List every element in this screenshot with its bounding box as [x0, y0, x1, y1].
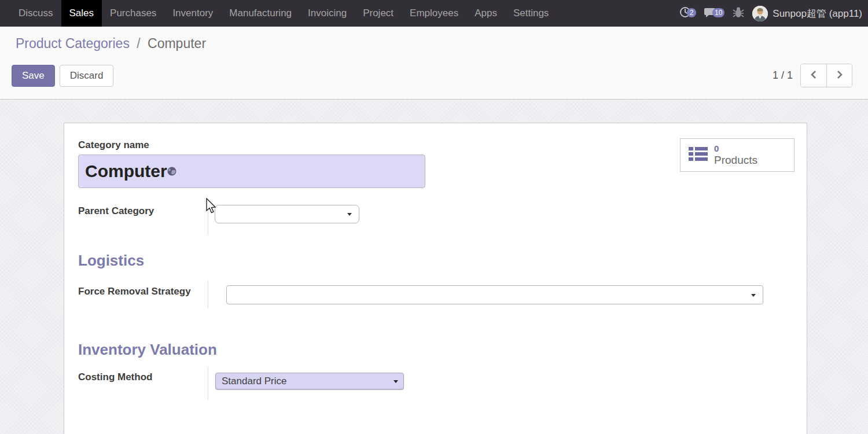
- label-separator: [208, 366, 208, 400]
- inventory-valuation-section-title: Inventory Valuation: [78, 341, 217, 359]
- nav-item-inventory[interactable]: Inventory: [164, 0, 221, 27]
- dropdown-caret-icon: [751, 294, 756, 297]
- products-label: Products: [714, 154, 757, 167]
- force-removal-strategy-label: Force Removal Strategy: [78, 286, 191, 297]
- nav-item-settings[interactable]: Settings: [505, 0, 557, 27]
- chevron-right-icon: [836, 70, 843, 82]
- chevron-left-icon: [810, 70, 817, 82]
- nav-item-apps[interactable]: Apps: [466, 0, 505, 27]
- activities-menu[interactable]: 2: [679, 6, 696, 20]
- breadcrumb: Product Categories / Computer: [16, 36, 852, 52]
- nav-item-project[interactable]: Project: [355, 0, 402, 27]
- parent-category-label: Parent Category: [78, 205, 154, 217]
- parent-category-dropdown[interactable]: [215, 205, 359, 223]
- list-icon: [689, 147, 708, 164]
- breadcrumb-separator: /: [133, 36, 144, 51]
- nav-item-manufacturing[interactable]: Manufacturing: [221, 0, 300, 27]
- nav-item-sales[interactable]: Sales: [61, 0, 102, 27]
- dropdown-caret-icon: [347, 213, 352, 216]
- bug-icon: [733, 6, 744, 21]
- pager-next-button[interactable]: [826, 64, 852, 87]
- control-panel: Product Categories / Computer Save Disca…: [0, 27, 868, 100]
- costing-method-select[interactable]: Standard Price: [215, 373, 404, 389]
- activity-count-badge: 2: [687, 8, 696, 17]
- translate-globe-icon[interactable]: [167, 167, 176, 176]
- logistics-section-title: Logistics: [78, 252, 144, 270]
- top-navbar: Discuss Sales Purchases Inventory Manufa…: [0, 0, 868, 27]
- breadcrumb-current: Computer: [148, 36, 206, 51]
- costing-method-value: Standard Price: [222, 376, 286, 387]
- category-name-input[interactable]: Computer: [78, 155, 425, 188]
- pager: 1 / 1: [773, 64, 852, 87]
- category-name-value: Computer: [85, 161, 167, 181]
- save-button[interactable]: Save: [12, 65, 55, 87]
- products-stat-button[interactable]: 0 Products: [680, 138, 795, 172]
- debug-menu[interactable]: [733, 6, 744, 21]
- select-caret-icon: [393, 380, 398, 383]
- form-view-background: Category name Computer Parent Category L…: [0, 100, 868, 434]
- force-removal-strategy-dropdown[interactable]: [226, 285, 763, 304]
- user-menu[interactable]: Sunpop超管 (app11): [752, 6, 862, 21]
- nav-item-discuss[interactable]: Discuss: [10, 0, 61, 27]
- nav-item-purchases[interactable]: Purchases: [102, 0, 164, 27]
- user-name: Sunpop超管 (app11): [773, 7, 862, 20]
- nav-item-employees[interactable]: Employees: [402, 0, 466, 27]
- discard-button[interactable]: Discard: [60, 65, 114, 87]
- label-separator: [208, 200, 208, 236]
- products-count: 0: [714, 144, 757, 153]
- pager-value: 1 / 1: [773, 69, 793, 82]
- costing-method-label: Costing Method: [78, 372, 152, 383]
- systray: 2 10: [679, 0, 868, 27]
- pager-previous-button[interactable]: [801, 64, 826, 87]
- label-separator: [208, 281, 208, 308]
- form-sheet: Category name Computer Parent Category L…: [64, 123, 807, 434]
- breadcrumb-parent-link[interactable]: Product Categories: [16, 36, 130, 51]
- user-avatar: [752, 6, 768, 21]
- messages-menu[interactable]: 10: [704, 7, 724, 20]
- message-count-badge: 10: [712, 8, 724, 17]
- nav-item-invoicing[interactable]: Invoicing: [300, 0, 355, 27]
- category-name-label: Category name: [78, 139, 149, 151]
